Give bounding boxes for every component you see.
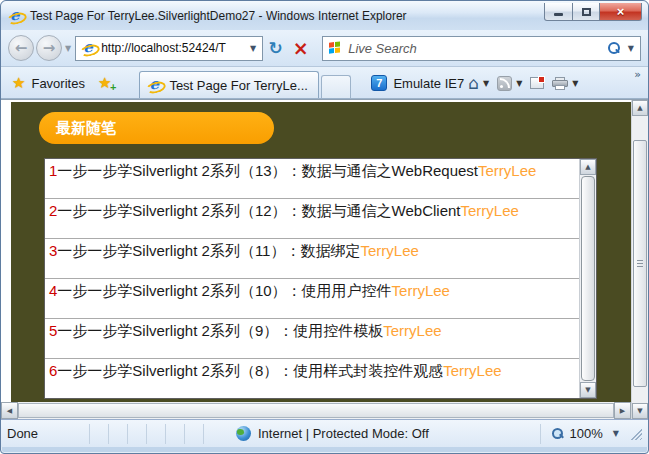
browser-vertical-scrollbar[interactable]: ▲ ▼ <box>631 100 648 419</box>
search-box[interactable]: Live Search ▼ <box>322 36 641 61</box>
tab-title: Test Page For TerryLe... <box>169 78 308 93</box>
scroll-left-button[interactable]: ◀ <box>1 402 18 419</box>
scroll-up-button[interactable]: ▲ <box>580 159 596 175</box>
post-author: TerryLee <box>478 162 536 179</box>
scroll-up-button[interactable]: ▲ <box>632 100 648 116</box>
home-icon: ⌂ <box>468 75 479 92</box>
url-text[interactable]: http://localhost:52424/T <box>101 41 246 55</box>
back-icon: ← <box>15 39 28 57</box>
plus-icon: + <box>110 81 116 93</box>
post-author: TerryLee <box>443 362 501 379</box>
print-button[interactable]: ▼ <box>548 70 582 96</box>
scrollbar-thumb[interactable] <box>581 176 595 381</box>
separator <box>540 424 541 444</box>
page-viewport: 最新随笔 1一步一步学Silverlight 2系列（13）：数据与通信之Web… <box>1 99 648 419</box>
zoom-dropdown-icon[interactable]: ▼ <box>613 429 619 438</box>
scrollbar-thumb[interactable] <box>18 403 614 418</box>
list-item[interactable]: 1一步一步学Silverlight 2系列（13）：数据与通信之WebReque… <box>45 159 579 199</box>
favorites-button[interactable]: ★ Favorites <box>5 70 92 96</box>
post-title: 一步一步学Silverlight 2系列（12）：数据与通信之WebClient <box>57 202 460 219</box>
post-listbox: 1一步一步学Silverlight 2系列（13）：数据与通信之WebReque… <box>44 158 597 399</box>
emulate-ie7-button[interactable]: 7 Emulate IE7 <box>371 70 464 96</box>
home-button[interactable]: ⌂ ▼ <box>464 70 493 96</box>
tab-test-page[interactable]: e Test Page For TerryLe... <box>139 71 319 98</box>
back-button[interactable]: ← <box>8 35 34 61</box>
scroll-right-button[interactable]: ▶ <box>614 402 631 419</box>
forward-button[interactable]: → <box>36 35 62 61</box>
minimize-button[interactable] <box>544 3 573 21</box>
zoom-control[interactable]: 100% ▼ <box>540 424 642 444</box>
favorites-label: Favorites <box>31 76 84 91</box>
ie7-badge-icon: 7 <box>371 75 387 91</box>
status-segments <box>89 424 222 444</box>
forward-icon: → <box>43 39 56 57</box>
mail-icon <box>530 77 544 89</box>
scroll-down-button[interactable]: ▼ <box>580 382 596 398</box>
zone-text: Internet | Protected Mode: Off <box>258 426 429 441</box>
refresh-icon: ↻ <box>269 38 283 58</box>
post-title: 一步一步学Silverlight 2系列（11）：数据绑定 <box>57 242 360 259</box>
title-bar[interactable]: e Test Page For TerryLee.SilverlightDemo… <box>1 1 648 30</box>
stop-button[interactable]: × <box>288 36 313 61</box>
page-background: 最新随笔 1一步一步学Silverlight 2系列（13）：数据与通信之Web… <box>11 102 631 402</box>
printer-icon <box>552 77 568 90</box>
favorites-star-icon: ★ <box>12 76 25 91</box>
post-title: 一步一步学Silverlight 2系列（13）：数据与通信之WebReques… <box>57 162 478 179</box>
window-controls: × <box>544 3 642 21</box>
list-item[interactable]: 3一步一步学Silverlight 2系列（11）：数据绑定TerryLee <box>45 239 579 279</box>
address-dropdown-icon[interactable]: ▼ <box>246 44 260 53</box>
navigation-bar: ← → ▼ e http://localhost:52424/T ▼ ↻ × L… <box>1 30 648 67</box>
command-bar: ★ Favorites ★ + e Test Page For TerryLe.… <box>1 67 648 99</box>
print-dropdown-icon[interactable]: ▼ <box>572 79 578 88</box>
post-author: TerryLee <box>460 202 518 219</box>
listbox-scrollbar[interactable]: ▲ ▼ <box>579 159 596 398</box>
minimize-icon <box>554 13 563 16</box>
emulate-ie7-label: Emulate IE7 <box>393 76 464 91</box>
address-bar[interactable]: e http://localhost:52424/T ▼ <box>75 36 263 61</box>
close-button[interactable]: × <box>600 3 642 21</box>
page-header-badge: 最新随笔 <box>39 112 274 144</box>
maximize-icon <box>582 8 591 16</box>
zoom-level[interactable]: 100% <box>570 426 603 441</box>
post-author: TerryLee <box>392 282 450 299</box>
new-tab-button[interactable] <box>321 75 351 98</box>
recent-pages-dropdown[interactable]: ▼ <box>65 44 71 53</box>
resize-grip[interactable] <box>629 427 642 440</box>
feeds-button[interactable]: ▼ <box>493 70 526 96</box>
post-author: TerryLee <box>383 322 441 339</box>
search-options-dropdown-icon[interactable]: ▼ <box>628 44 634 53</box>
list-item[interactable]: 5一步一步学Silverlight 2系列（9）：使用控件模板TerryLee <box>45 319 579 359</box>
browser-horizontal-scrollbar[interactable]: ◀ ▶ <box>1 402 631 419</box>
post-author: TerryLee <box>360 242 418 259</box>
post-title: 一步一步学Silverlight 2系列（10）：使用用户控件 <box>57 282 391 299</box>
internet-globe-icon <box>236 426 251 441</box>
home-dropdown-icon[interactable]: ▼ <box>483 79 489 88</box>
tab-favicon: e <box>146 77 163 93</box>
scrollbar-thumb[interactable] <box>633 140 647 387</box>
list-item[interactable]: 4一步一步学Silverlight 2系列（10）：使用用户控件TerryLee <box>45 279 579 319</box>
stop-icon: × <box>293 37 309 59</box>
page-favicon: e <box>80 40 97 56</box>
scroll-down-button[interactable]: ▼ <box>632 403 648 419</box>
thumb-grip-icon <box>637 260 643 268</box>
zoom-magnifier-icon <box>551 427 564 440</box>
more-toolbar-buttons-chevron[interactable]: » <box>634 68 641 81</box>
post-title: 一步一步学Silverlight 2系列（8）：使用样式封装控件观感 <box>57 362 443 379</box>
maximize-button[interactable] <box>573 3 600 21</box>
status-message: Done <box>7 426 81 441</box>
add-to-favorites-button[interactable]: ★ + <box>92 70 117 96</box>
rss-feed-icon <box>497 76 512 91</box>
feeds-dropdown-icon[interactable]: ▼ <box>516 79 522 88</box>
status-bar: Done Internet | Protected Mode: Off 100%… <box>1 419 648 447</box>
list-item[interactable]: 2一步一步学Silverlight 2系列（12）：数据与通信之WebClien… <box>45 199 579 239</box>
list-item[interactable]: 6一步一步学Silverlight 2系列（8）：使用样式封装控件观感Terry… <box>45 359 579 398</box>
search-icon[interactable] <box>607 42 620 55</box>
read-mail-button[interactable] <box>526 70 548 96</box>
security-zone: Internet | Protected Mode: Off <box>236 426 429 441</box>
post-list: 1一步一步学Silverlight 2系列（13）：数据与通信之WebReque… <box>45 159 579 398</box>
close-icon: × <box>617 5 625 18</box>
refresh-button[interactable]: ↻ <box>263 36 288 61</box>
search-input[interactable]: Live Search <box>348 41 607 56</box>
live-search-logo-icon <box>329 41 341 54</box>
window-title: Test Page For TerryLee.SilverlightDemo27… <box>30 9 407 23</box>
